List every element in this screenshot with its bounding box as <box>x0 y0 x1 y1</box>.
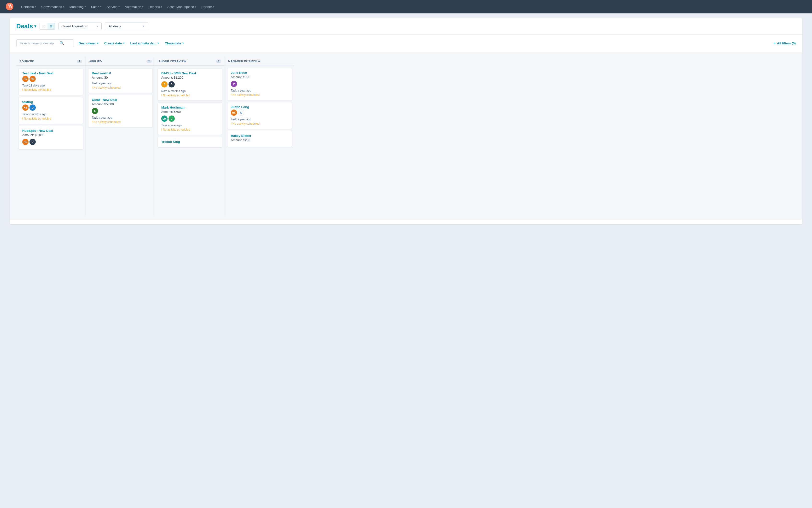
deal-owner-chevron-icon: ▾ <box>97 42 98 45</box>
card-meta-c10: Task a year ago! No activity scheduled <box>231 117 288 126</box>
nav-item-automation[interactable]: Automation▾ <box>123 4 146 10</box>
grid-view-button[interactable]: ⊞ <box>47 23 55 30</box>
card-meta-c2: Task 7 months ago! No activity scheduled <box>22 112 80 121</box>
card-avatars-c10: HSG <box>231 110 288 116</box>
card-c2[interactable]: testing HSD Task 7 months ago! No activi… <box>19 97 83 124</box>
card-c10[interactable]: Justin Long HSG Task a year ago! No acti… <box>227 102 292 129</box>
col-header-phone-interview: PHONE INTERVIEW 3 <box>155 57 224 66</box>
card-c4[interactable]: Deal worth 0 Amount: $0 Task a year ago!… <box>88 68 153 93</box>
card-avatars-c5: L <box>92 108 149 114</box>
card-avatars-c7: LMG <box>161 116 219 122</box>
close-date-filter[interactable]: Close date ▾ <box>164 40 184 46</box>
nav-item-sales[interactable]: Sales▾ <box>89 4 104 10</box>
card-title-c5[interactable]: Gleaf - New Deal <box>92 98 149 101</box>
card-meta-c4: Task a year ago! No activity scheduled <box>92 81 149 90</box>
hubspot-logo[interactable] <box>6 3 13 11</box>
card-c3[interactable]: HubSpot - New Deal Amount: $5,000 HSD <box>19 126 83 150</box>
card-activity-c10: Task a year ago <box>231 117 288 122</box>
nav-item-partner[interactable]: Partner▾ <box>199 4 216 10</box>
search-wrapper: 🔍 <box>16 39 74 47</box>
card-title-c8[interactable]: Tristan King <box>161 140 219 143</box>
pipeline-dropdown[interactable]: Talent Acquisition ▾ <box>58 23 101 30</box>
card-title-c7[interactable]: Mark Hochman <box>161 106 219 109</box>
card-title-c1[interactable]: Test deal - New Deal <box>22 72 80 75</box>
last-activity-chevron-icon: ▾ <box>158 42 159 45</box>
deals-chevron-icon[interactable]: ▾ <box>34 24 36 29</box>
card-c1[interactable]: Test deal - New Deal HSHS Task 18 days a… <box>19 68 83 95</box>
avatar-c7-0: LM <box>161 116 168 122</box>
search-input[interactable] <box>19 41 58 45</box>
view-chevron-icon: ▾ <box>143 25 144 28</box>
card-c11[interactable]: Hailey Bieber Amount: $200 <box>227 131 292 147</box>
deal-owner-filter[interactable]: Deal owner ▾ <box>78 40 99 46</box>
col-title-applied: APPLIED <box>89 60 102 63</box>
col-header-applied: APPLIED 2 <box>86 57 155 66</box>
card-avatars-c1: HSHS <box>22 76 80 82</box>
nav-item-service[interactable]: Service▾ <box>104 4 122 10</box>
create-date-chevron-icon: ▾ <box>123 42 125 45</box>
column-manager-interview: MANAGER INTERVIEW Julie Rose Amount: $70… <box>225 57 294 215</box>
col-cards-phone-interview: DACH - SMB New Deal Amount: $1,200 AB No… <box>155 66 224 215</box>
col-title-manager-interview: MANAGER INTERVIEW <box>228 60 260 62</box>
card-c9[interactable]: Julie Rose Amount: $700 P Task a year ag… <box>227 68 292 100</box>
card-c7[interactable]: Mark Hochman Amount: $500 LMG Task a yea… <box>158 102 222 135</box>
nav-item-asset-marketplace[interactable]: Asset Marketplace▾ <box>165 4 199 10</box>
card-meta-c6: Note 6 months ago! No activity scheduled <box>161 89 219 97</box>
deals-label: Deals <box>16 23 33 30</box>
avatar-c6-1: B <box>169 81 175 87</box>
avatar-c10-1: G <box>238 110 244 116</box>
col-count-phone-interview: 3 <box>216 60 221 63</box>
avatar-c5-0: L <box>92 108 98 114</box>
card-title-c2[interactable]: testing <box>22 100 80 104</box>
column-applied: APPLIED 2 Deal worth 0 Amount: $0 Task a… <box>86 57 155 215</box>
card-amount-c6: Amount: $1,200 <box>161 76 219 79</box>
col-title-phone-interview: PHONE INTERVIEW <box>159 60 186 63</box>
filter-bar: 🔍 Deal owner ▾ Create date ▾ Last activi… <box>10 35 802 52</box>
card-avatars-c2: HSD <box>22 104 80 111</box>
col-cards-applied: Deal worth 0 Amount: $0 Task a year ago!… <box>86 66 155 215</box>
nav-chevron-reports-icon: ▾ <box>161 5 162 8</box>
card-warn-c2: ! No activity scheduled <box>22 117 80 121</box>
card-title-c9[interactable]: Julie Rose <box>231 71 288 75</box>
nav-item-contacts[interactable]: Contacts▾ <box>19 4 38 10</box>
view-toggle: ☰ ⊞ <box>40 23 55 30</box>
card-c5[interactable]: Gleaf - New Deal Amount: $5,000 L Task a… <box>88 95 153 127</box>
view-label: All deals <box>109 25 121 28</box>
card-avatars-c3: HSD <box>22 139 80 145</box>
all-filters-button[interactable]: ≡ All filters (0) <box>774 41 796 45</box>
deals-title[interactable]: Deals ▾ <box>16 23 36 30</box>
list-icon: ☰ <box>42 25 45 28</box>
close-date-label: Close date <box>165 41 181 45</box>
card-title-c6[interactable]: DACH - SMB New Deal <box>161 72 219 75</box>
card-amount-c4: Amount: $0 <box>92 76 149 79</box>
card-activity-c1: Task 18 days ago <box>22 83 80 88</box>
card-warn-c4: ! No activity scheduled <box>92 86 149 90</box>
column-phone-interview: PHONE INTERVIEW 3 DACH - SMB New Deal Am… <box>155 57 225 215</box>
page-wrapper: Deals ▾ ☰ ⊞ Talent Acquisition ▾ All dea… <box>10 18 802 224</box>
last-activity-filter[interactable]: Last activity da... ▾ <box>129 40 160 46</box>
nav-item-marketing[interactable]: Marketing▾ <box>67 4 88 10</box>
col-count-sourced: 7 <box>77 60 82 63</box>
list-view-button[interactable]: ☰ <box>40 23 47 30</box>
nav-item-reports[interactable]: Reports▾ <box>146 4 164 10</box>
card-title-c3[interactable]: HubSpot - New Deal <box>22 129 80 132</box>
nav-item-conversations[interactable]: Conversations▾ <box>39 4 67 10</box>
card-title-c11[interactable]: Hailey Bieber <box>231 134 288 137</box>
card-c6[interactable]: DACH - SMB New Deal Amount: $1,200 AB No… <box>158 68 222 101</box>
col-cards-manager-interview: Julie Rose Amount: $700 P Task a year ag… <box>225 66 294 215</box>
avatar-c6-0: A <box>161 81 168 87</box>
nav-chevron-conversations-icon: ▾ <box>63 5 64 8</box>
deal-owner-label: Deal owner <box>79 41 96 45</box>
card-amount-c11: Amount: $200 <box>231 138 288 142</box>
card-title-c4[interactable]: Deal worth 0 <box>92 72 149 75</box>
card-c8[interactable]: Tristan King <box>158 137 222 147</box>
card-avatars-c9: P <box>231 81 288 87</box>
create-date-filter[interactable]: Create date ▾ <box>103 40 126 46</box>
avatar-c2-0: HS <box>22 104 29 111</box>
card-activity-c9: Task a year ago <box>231 88 288 93</box>
card-title-c10[interactable]: Justin Long <box>231 105 288 109</box>
view-dropdown[interactable]: All deals ▾ <box>105 23 148 30</box>
kanban-board: SOURCED 7 Test deal - New Deal HSHS Task… <box>10 52 802 220</box>
card-amount-c5: Amount: $5,000 <box>92 102 149 106</box>
pipeline-label: Talent Acquisition <box>62 25 87 28</box>
